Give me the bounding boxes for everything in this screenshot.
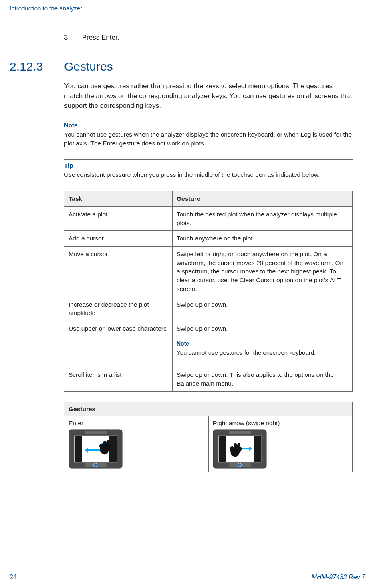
cell-task: Scroll items in a list bbox=[64, 367, 173, 391]
table-row: Use upper or lower case characters Swipe… bbox=[64, 321, 353, 367]
cell-gesture: Swipe up or down. Note You cannot use ge… bbox=[173, 321, 353, 367]
cell-task: Increase or decrease the plot amplitude bbox=[64, 297, 173, 321]
gesture-label-right: Right arrow (swipe right) bbox=[213, 420, 349, 427]
cell-note-rule-bottom bbox=[177, 361, 348, 361]
running-header: Introduction to the analyzer bbox=[10, 5, 365, 12]
task-gesture-table: Task Gesture Activate a plot Touch the d… bbox=[64, 191, 353, 391]
svg-rect-3 bbox=[109, 436, 117, 462]
cell-gesture: Swipe left or right, or touch anywhere o… bbox=[173, 247, 353, 297]
svg-rect-10 bbox=[219, 436, 226, 462]
cell-task: Activate a plot bbox=[64, 207, 173, 231]
table-row: Move a cursor Swipe left or right, or to… bbox=[64, 247, 353, 297]
svg-point-6 bbox=[94, 463, 97, 467]
step-text-c: . bbox=[117, 34, 119, 41]
page-number: 24 bbox=[10, 574, 17, 581]
tip-rule-top bbox=[64, 159, 353, 160]
th-task: Task bbox=[64, 191, 173, 207]
svg-rect-12 bbox=[229, 431, 251, 434]
svg-rect-4 bbox=[85, 431, 107, 434]
svg-point-14 bbox=[238, 463, 241, 467]
note-rule-bottom bbox=[64, 151, 353, 151]
svg-rect-2 bbox=[75, 436, 82, 462]
cell-gesture: Swipe up or down. This also applies to t… bbox=[173, 367, 353, 391]
note-rule-top bbox=[64, 119, 353, 119]
cell-gesture: Swipe up or down. bbox=[173, 297, 353, 321]
tip-rule-bottom bbox=[64, 182, 353, 182]
cell-gesture: Touch the desired plot when the analyzer… bbox=[173, 207, 353, 231]
intro-paragraph: You can use gestures rather than pressin… bbox=[64, 81, 353, 111]
table-row: Scroll items in a list Swipe up or down.… bbox=[64, 367, 353, 391]
svg-rect-11 bbox=[254, 436, 261, 462]
page: Introduction to the analyzer 3. Press En… bbox=[0, 0, 391, 588]
table-row: Activate a plot Touch the desired plot w… bbox=[64, 207, 353, 231]
clear-cursor-term: Clear Cursor bbox=[240, 277, 275, 283]
tip-body: Use consistent pressure when you press i… bbox=[64, 170, 353, 179]
table-row: Add a cursor Touch anywhere on the plot. bbox=[64, 231, 353, 247]
cell-note-label: Note bbox=[177, 340, 348, 348]
step-enter-word: Enter bbox=[101, 34, 117, 41]
tip-label: Tip bbox=[64, 162, 365, 169]
cell-task: Use upper or lower case characters bbox=[64, 321, 173, 367]
cell-gesture: Touch anywhere on the plot. bbox=[173, 231, 353, 247]
section-number: 2.12.3 bbox=[10, 60, 64, 73]
cell-note-rule-top bbox=[177, 337, 348, 337]
step-text-a: Press bbox=[82, 34, 101, 41]
gesture-label-enter: Enter bbox=[69, 420, 204, 427]
cell-task: Add a cursor bbox=[64, 231, 173, 247]
document-revision: MHM-97432 Rev 7 bbox=[312, 574, 365, 581]
th-gesture: Gesture bbox=[173, 191, 353, 207]
page-footer: 24 MHM-97432 Rev 7 bbox=[10, 574, 365, 581]
cell-task: Move a cursor bbox=[64, 247, 173, 297]
cell-note-body: You cannot use gestures for the onscreen… bbox=[177, 348, 348, 357]
note-label: Note bbox=[64, 122, 365, 129]
cell-right-arrow: Right arrow (swipe right) bbox=[208, 416, 353, 472]
section-title: Gestures bbox=[64, 60, 113, 73]
note-body: You cannot use gestures when the analyze… bbox=[64, 130, 353, 148]
cell-gesture-text: Swipe up or down. bbox=[177, 324, 348, 333]
th-gestures: Gestures bbox=[64, 402, 353, 416]
device-illustration-enter bbox=[69, 429, 123, 469]
gestures-illustration-table: Gestures Enter bbox=[64, 402, 353, 472]
step-number: 3. bbox=[64, 34, 80, 42]
content-area: 3. Press Enter. 2.12.3 Gestures You can … bbox=[64, 34, 365, 472]
device-illustration-right bbox=[213, 429, 267, 469]
section-heading-row: 2.12.3 Gestures bbox=[10, 60, 365, 73]
table-row: Enter bbox=[64, 416, 353, 472]
step-3-line: 3. Press Enter. bbox=[64, 34, 365, 42]
cell-enter: Enter bbox=[64, 416, 209, 472]
table-row: Increase or decrease the plot amplitude … bbox=[64, 297, 353, 321]
